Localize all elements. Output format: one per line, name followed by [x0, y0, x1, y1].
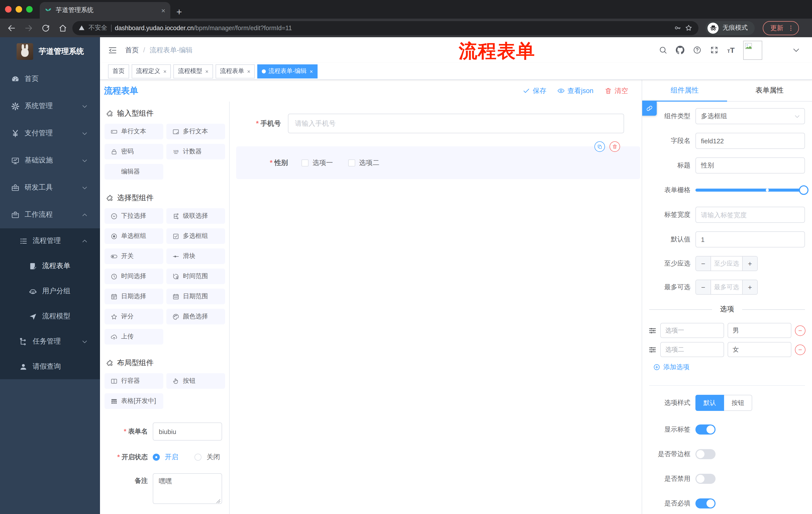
sidebar-item[interactable]: 支付管理 [0, 120, 100, 147]
checkbox-box[interactable] [348, 159, 355, 166]
component-item[interactable]: 下拉选择 [105, 208, 163, 224]
slider-handle[interactable] [799, 185, 809, 195]
component-item[interactable]: 多行文本 [166, 124, 225, 139]
sidebar-item[interactable]: 流程模型 [0, 304, 100, 329]
tag-close-icon[interactable]: × [163, 68, 167, 74]
style-button-button[interactable]: 按钮 [724, 395, 752, 411]
bookmark-star-icon[interactable] [685, 24, 692, 32]
reload-icon[interactable] [41, 23, 50, 32]
tag-item[interactable]: 流程定义× [132, 64, 171, 78]
sidebar-item[interactable]: 请假查询 [0, 354, 100, 379]
copy-component-button[interactable] [594, 141, 605, 152]
search-icon[interactable] [659, 46, 668, 54]
save-button[interactable]: 保存 [523, 86, 546, 95]
kebab-menu-icon[interactable] [787, 24, 794, 31]
component-item[interactable]: 编辑器 [105, 164, 163, 180]
tag-item[interactable]: 流程表单× [215, 64, 255, 78]
checkbox-option[interactable]: 选项二 [348, 158, 379, 167]
window-close-button[interactable] [5, 6, 11, 12]
remove-option-button[interactable] [795, 325, 806, 336]
radio-off[interactable] [195, 454, 202, 461]
toggle-switch[interactable] [695, 425, 716, 435]
sidebar-item[interactable]: 研发工具 [0, 174, 100, 201]
tag-close-icon[interactable]: × [247, 68, 251, 74]
back-icon[interactable] [7, 23, 16, 32]
home-icon[interactable] [58, 23, 67, 32]
fullscreen-icon[interactable] [710, 46, 719, 54]
option-value-input[interactable] [728, 323, 791, 338]
option-label-input[interactable] [660, 342, 724, 357]
option-value-input[interactable] [728, 342, 791, 357]
sidebar-item[interactable]: 用户分组 [0, 279, 100, 304]
max-select-stepper[interactable]: − 最多可选 + [695, 280, 758, 295]
sidebar-item[interactable]: 工作流程 [0, 201, 100, 228]
plus-button[interactable]: + [742, 256, 757, 271]
component-item[interactable]: 上传 [105, 329, 163, 345]
minus-button[interactable]: − [696, 280, 711, 294]
component-item[interactable]: 单行文本 [105, 124, 163, 139]
forward-icon[interactable] [24, 23, 33, 32]
form-name-input[interactable] [153, 423, 222, 440]
component-item[interactable]: 按钮 [166, 373, 225, 389]
user-avatar-broken-image[interactable] [743, 40, 762, 60]
form-grid-slider[interactable] [695, 189, 804, 192]
sidebar-item[interactable]: 流程表单 [0, 253, 100, 279]
toggle-switch[interactable] [695, 498, 716, 509]
title-input[interactable] [695, 157, 805, 173]
avatar-caret-icon[interactable] [792, 46, 801, 54]
component-item[interactable]: 颜色选择 [166, 309, 225, 324]
tab-component-props[interactable]: 组件属性 [642, 80, 727, 102]
component-item[interactable]: 开关 [105, 248, 163, 264]
link-tag[interactable] [642, 101, 657, 116]
checkbox-option[interactable]: 选项一 [301, 158, 333, 167]
password-key-icon[interactable] [674, 24, 682, 32]
clear-button[interactable]: 清空 [605, 86, 628, 95]
option-label-input[interactable] [660, 323, 724, 338]
style-default-button[interactable]: 默认 [695, 395, 724, 411]
canvas-field-gender-selected[interactable]: 性别 选项一选项二 [236, 146, 640, 179]
tag-close-icon[interactable]: × [310, 68, 313, 74]
breadcrumb-home[interactable]: 首页 [125, 46, 139, 55]
min-select-stepper[interactable]: − 至少应选 + [695, 256, 758, 271]
font-size-icon[interactable]: TT [727, 46, 735, 54]
view-json-button[interactable]: 查看json [557, 86, 593, 95]
component-type-select[interactable] [695, 108, 805, 124]
new-tab-button[interactable]: + [176, 7, 182, 17]
browser-tab[interactable]: 芋道管理系统 × [40, 2, 170, 19]
update-button[interactable]: 更新 [763, 21, 799, 35]
component-item[interactable]: 时间范围 [166, 269, 225, 284]
address-bar[interactable]: 不安全 dashboard.yudao.iocoder.cn/bpm/manag… [72, 21, 698, 35]
component-item[interactable]: 日期选择 [105, 289, 163, 304]
component-item[interactable]: 单选框组 [105, 228, 163, 244]
remove-option-button[interactable] [795, 344, 806, 355]
github-icon[interactable] [676, 46, 685, 54]
tag-item[interactable]: 流程模型× [174, 64, 213, 78]
window-minimize-button[interactable] [16, 6, 22, 12]
component-item[interactable]: 密码 [105, 144, 163, 159]
component-item[interactable]: 表格[开发中] [105, 393, 163, 409]
component-item[interactable]: 行容器 [105, 373, 163, 389]
toggle-switch[interactable] [695, 474, 716, 484]
window-zoom-button[interactable] [26, 6, 33, 12]
sidebar-item[interactable]: 流程管理 [0, 228, 100, 253]
phone-input[interactable] [288, 114, 624, 133]
hamburger-icon[interactable] [108, 46, 117, 55]
radio-on[interactable] [153, 454, 160, 461]
minus-button[interactable]: − [696, 256, 711, 271]
component-item[interactable]: 滑块 [166, 248, 225, 264]
component-item[interactable]: 时间选择 [105, 269, 163, 284]
component-item[interactable]: 评分 [105, 309, 163, 324]
field-name-input[interactable] [695, 133, 805, 149]
sidebar-item[interactable]: 任务管理 [0, 329, 100, 354]
toggle-switch[interactable] [695, 449, 716, 459]
default-value-input[interactable] [695, 231, 805, 247]
help-icon[interactable] [693, 46, 702, 54]
sidebar-item[interactable]: 系统管理 [0, 92, 100, 120]
tab-form-props[interactable]: 表单属性 [727, 80, 812, 102]
component-item[interactable]: 级联选择 [166, 208, 225, 224]
component-item[interactable]: 123计数器 [166, 144, 225, 159]
plus-button[interactable]: + [742, 280, 757, 294]
checkbox-box[interactable] [301, 159, 309, 166]
tag-item[interactable]: 首页 [108, 64, 129, 78]
delete-component-button[interactable] [609, 141, 620, 152]
